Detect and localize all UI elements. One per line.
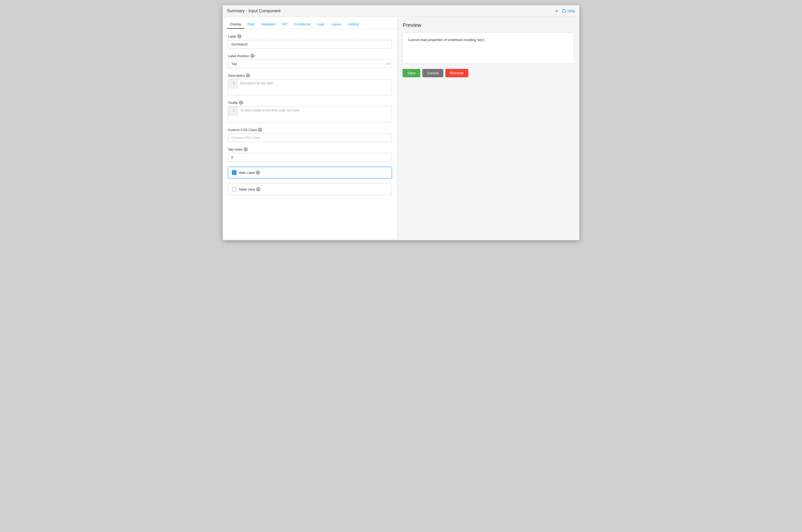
tab-index-label: Tab Index ? xyxy=(228,147,392,151)
label-input[interactable] xyxy=(228,40,392,49)
tab-layout[interactable]: Layout xyxy=(328,20,344,29)
description-extra-space xyxy=(228,89,392,95)
tooltip-line-number: 1 xyxy=(228,107,237,116)
hide-label-checkbox-row[interactable]: ✓ Hide Label ? xyxy=(228,167,392,178)
table-view-checkbox-label: Table View ? xyxy=(238,187,260,191)
tab-addons[interactable]: Addons xyxy=(344,20,362,29)
help-link[interactable]: Help xyxy=(562,9,575,13)
cancel-button[interactable]: Cancel xyxy=(422,69,443,77)
tab-index-help-icon: ? xyxy=(244,147,248,151)
tooltip-editor[interactable]: 1 To add a tooltip to this field, enter … xyxy=(228,106,392,122)
checkmark-icon: ✓ xyxy=(233,171,235,174)
description-line-content: Description for this field. xyxy=(237,79,392,89)
tab-api[interactable]: API xyxy=(279,20,290,29)
custom-css-input[interactable] xyxy=(228,133,392,142)
label-position-select[interactable]: Top Left Right Bottom xyxy=(228,59,392,68)
description-label: Description ? xyxy=(228,73,392,78)
tooltip-group: Tooltip ? 1 To add a tooltip to this fie… xyxy=(228,100,392,122)
label-position-group: Label Position ? Top Left Right Bottom xyxy=(228,54,392,68)
tooltip-help-icon: ? xyxy=(239,100,243,105)
right-panel: Preview Cannot read properties of undefi… xyxy=(397,17,579,239)
tab-index-input[interactable] xyxy=(228,153,392,162)
left-panel: Display Data Validation API Conditional … xyxy=(223,17,397,239)
hide-label-checkbox[interactable]: ✓ xyxy=(232,170,236,175)
action-buttons: Save Cancel Remove xyxy=(403,69,574,77)
tab-data[interactable]: Data xyxy=(244,20,258,29)
modal-header: Summary - Input Component × Help xyxy=(223,5,579,17)
description-line-1: 1 Description for this field. xyxy=(228,79,392,89)
preview-title: Preview xyxy=(403,22,574,28)
preview-content: Cannot read properties of undefined (rea… xyxy=(403,32,574,64)
description-editor[interactable]: 1 Description for this field. xyxy=(228,79,392,95)
form-area: Label ? Label Position ? Top xyxy=(223,29,397,239)
tabs-nav: Display Data Validation API Conditional … xyxy=(223,17,397,29)
label-field-label: Label ? xyxy=(228,34,392,38)
tab-validation[interactable]: Validation xyxy=(258,20,279,29)
help-icon xyxy=(562,9,567,13)
description-group: Description ? 1 Description for this fie… xyxy=(228,73,392,95)
table-view-checkbox-row[interactable]: Table View ? xyxy=(228,184,392,195)
hide-label-help-icon: ? xyxy=(256,170,260,175)
tooltip-line-1: 1 To add a tooltip to this field, enter … xyxy=(228,107,392,116)
custom-css-label: Custom CSS Class ? xyxy=(228,128,392,132)
tab-conditional[interactable]: Conditional xyxy=(290,20,313,29)
tooltip-line-content: To add a tooltip to this field, enter te… xyxy=(237,107,392,116)
hide-label-checkbox-label: Hide Label ? xyxy=(238,170,260,175)
label-help-icon: ? xyxy=(237,34,242,38)
tab-logic[interactable]: Logic xyxy=(313,20,328,29)
description-line-number: 1 xyxy=(228,79,237,89)
tooltip-extra-space xyxy=(228,116,392,122)
hide-label-group: ✓ Hide Label ? xyxy=(228,167,392,178)
svg-rect-0 xyxy=(562,10,566,12)
preview-error-message: Cannot read properties of undefined (rea… xyxy=(408,38,569,42)
save-button[interactable]: Save xyxy=(403,69,420,77)
modal-title: Summary - Input Component xyxy=(227,8,280,13)
close-button[interactable]: × xyxy=(555,8,558,14)
custom-css-group: Custom CSS Class ? xyxy=(228,128,392,142)
custom-css-help-icon: ? xyxy=(258,128,262,132)
label-position-label: Label Position ? xyxy=(228,54,392,58)
description-help-icon: ? xyxy=(246,73,250,78)
select-clear-icon[interactable]: × xyxy=(385,62,387,66)
tooltip-label: Tooltip ? xyxy=(228,100,392,105)
table-view-help-icon: ? xyxy=(256,187,260,191)
label-group: Label ? xyxy=(228,34,392,49)
tab-index-group: Tab Index ? xyxy=(228,147,392,162)
table-view-checkbox[interactable] xyxy=(232,187,236,192)
tab-display[interactable]: Display xyxy=(227,20,244,29)
svg-rect-1 xyxy=(563,9,564,10)
label-position-help-icon: ? xyxy=(250,54,254,58)
remove-button[interactable]: Remove xyxy=(445,69,469,77)
table-view-group: Table View ? xyxy=(228,184,392,195)
label-position-select-wrapper: Top Left Right Bottom × ▾ xyxy=(228,59,392,68)
